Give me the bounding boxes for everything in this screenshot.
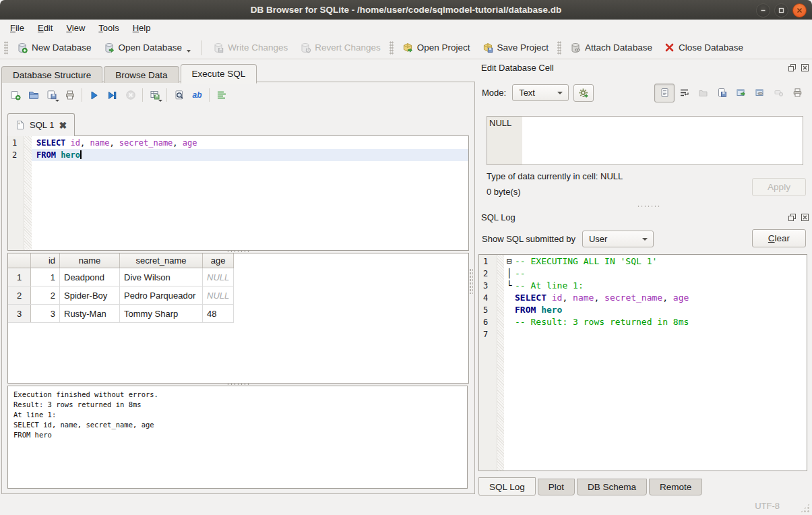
close-dock-icon: [801, 213, 809, 222]
sql-file-tab[interactable]: SQL 1 ✖: [7, 113, 75, 136]
float-dock-button[interactable]: [787, 212, 797, 222]
chevron-down-icon: [642, 238, 648, 241]
log-line-numbers: 1 2 3 4 5 6 7: [479, 255, 497, 471]
cell-secret-name[interactable]: Tommy Sharp: [120, 305, 203, 323]
cell-id[interactable]: 2: [31, 286, 60, 305]
import-cell-data-button: [693, 84, 712, 102]
menu-help[interactable]: Help: [126, 21, 158, 35]
cell-name[interactable]: Deadpond: [60, 268, 120, 286]
tab-execute-sql[interactable]: Execute SQL: [181, 64, 257, 84]
tab-browse-data[interactable]: Browse Data: [104, 66, 179, 83]
statusbar: UTF-8: [0, 497, 812, 515]
find-button[interactable]: [170, 86, 188, 104]
close-tab-icon[interactable]: ✖: [59, 121, 67, 130]
save-sql-dropdown-icon[interactable]: [55, 100, 59, 102]
cell-word-wrap-button[interactable]: [675, 84, 693, 102]
results-grid[interactable]: id name secret_name age 1 1 Deadpond Div…: [7, 253, 469, 384]
attach-database-button[interactable]: Attach Database: [564, 40, 658, 56]
clear-log-button[interactable]: Clear: [752, 229, 806, 247]
execute-all-button[interactable]: [85, 86, 103, 104]
row-header[interactable]: 2: [8, 286, 31, 305]
open-project-button[interactable]: Open Project: [396, 40, 476, 56]
auto-switch-mode-button[interactable]: [573, 84, 594, 102]
mode-select[interactable]: Text: [512, 84, 569, 101]
set-null-icon: [774, 88, 784, 98]
write-changes-button: Write Changes: [207, 40, 294, 56]
database-attach-icon: [570, 42, 581, 53]
print-sql-button[interactable]: [61, 86, 79, 104]
export-cell-data-button[interactable]: [712, 84, 731, 102]
table-row[interactable]: 1 1 Deadpond Dive Wilson NULL: [8, 268, 234, 286]
fold-marker-icon[interactable]: ⊟: [504, 255, 515, 268]
open-database-button[interactable]: Open Database: [98, 40, 197, 56]
row-header[interactable]: 1: [8, 268, 31, 286]
open-database-dropdown-icon[interactable]: [187, 50, 191, 53]
save-sql-file-button[interactable]: [42, 86, 61, 104]
cell-id[interactable]: 3: [31, 305, 60, 323]
toolbar-drag-handle[interactable]: [4, 41, 8, 55]
tab-db-schema[interactable]: DB Schema: [577, 479, 647, 495]
print-icon: [65, 90, 75, 100]
toolbar-drag-handle[interactable]: [389, 41, 394, 55]
column-header-name[interactable]: name: [60, 253, 120, 268]
maximize-button[interactable]: [774, 3, 788, 18]
open-in-external-button[interactable]: [731, 84, 750, 102]
sql-editor[interactable]: 1 2 SELECT id, name, secret_name, age FR…: [7, 135, 469, 251]
tab-plot[interactable]: Plot: [538, 479, 575, 495]
cell-text-mode-button[interactable]: [654, 84, 675, 102]
cell-editor[interactable]: NULL: [487, 116, 803, 165]
editor-text-area[interactable]: SELECT id, name, secret_name, age FROM h…: [32, 136, 468, 250]
filter-label: Show SQL submitted by: [482, 234, 575, 244]
open-sql-file-button[interactable]: [24, 86, 42, 104]
close-window-button[interactable]: [792, 3, 807, 18]
menu-edit[interactable]: Edit: [31, 21, 59, 35]
cell-secret-name[interactable]: Dive Wilson: [120, 268, 203, 286]
bottom-dock-tabbar: SQL Log Plot DB Schema Remote: [478, 477, 702, 496]
toolbar-drag-handle[interactable]: [557, 41, 561, 55]
resize-grip[interactable]: [800, 503, 810, 513]
cell-secret-name[interactable]: Pedro Parqueador: [120, 286, 203, 305]
new-sql-tab-button[interactable]: [6, 86, 24, 104]
row-header[interactable]: 3: [8, 305, 31, 323]
tab-remote[interactable]: Remote: [649, 479, 702, 495]
close-dock-button[interactable]: [800, 212, 809, 222]
format-sql-button[interactable]: ab: [188, 86, 206, 104]
cell-age[interactable]: 48: [203, 305, 234, 323]
column-header-id[interactable]: id: [31, 253, 60, 268]
log-source-select[interactable]: User: [582, 231, 654, 247]
cell-age[interactable]: NULL: [203, 268, 234, 286]
cell-name[interactable]: Spider-Boy: [60, 286, 120, 305]
minimize-button[interactable]: [756, 3, 770, 18]
execute-line-button[interactable]: [103, 86, 121, 104]
menu-view[interactable]: View: [59, 21, 92, 35]
dock-splitter[interactable]: [637, 205, 661, 208]
cell-age[interactable]: NULL: [203, 286, 234, 305]
table-row[interactable]: 2 2 Spider-Boy Pedro Parqueador NULL: [8, 286, 234, 305]
sql-log-view[interactable]: 1 2 3 4 5 6 7 ⊟-- EXECUTING ALL IN 'SQL …: [478, 254, 807, 471]
pane-splitter[interactable]: [469, 268, 473, 294]
save-results-button[interactable]: [146, 86, 164, 104]
titlebar[interactable]: DB Browser for SQLite - /home/user/code/…: [0, 0, 812, 20]
tab-database-structure[interactable]: Database Structure: [1, 66, 102, 83]
close-dock-button[interactable]: [800, 63, 809, 72]
table-row[interactable]: 3 3 Rusty-Man Tommy Sharp 48: [8, 305, 234, 323]
new-database-button[interactable]: New Database: [11, 40, 98, 56]
save-project-button[interactable]: Save Project: [476, 40, 555, 56]
print-cell-button[interactable]: [788, 84, 807, 102]
menu-tools[interactable]: Tools: [92, 21, 125, 35]
copy-link-button[interactable]: [750, 84, 769, 102]
column-header-secret-name[interactable]: secret_name: [120, 253, 203, 268]
close-database-button[interactable]: Close Database: [658, 40, 749, 55]
align-button[interactable]: [212, 86, 230, 104]
editor-line: SELECT id, name, secret_name, age: [32, 137, 468, 149]
menu-file[interactable]: File: [3, 21, 31, 35]
main-toolbar: New Database Open Database Write Changes: [0, 36, 812, 59]
save-results-icon: [150, 90, 160, 100]
cell-name[interactable]: Rusty-Man: [60, 305, 120, 323]
column-header-age[interactable]: age: [203, 253, 234, 268]
tab-sql-log[interactable]: SQL Log: [478, 477, 536, 496]
apply-button: Apply: [752, 178, 806, 196]
save-results-dropdown-icon[interactable]: [158, 100, 162, 102]
cell-id[interactable]: 1: [31, 268, 60, 286]
float-dock-button[interactable]: [787, 63, 797, 72]
